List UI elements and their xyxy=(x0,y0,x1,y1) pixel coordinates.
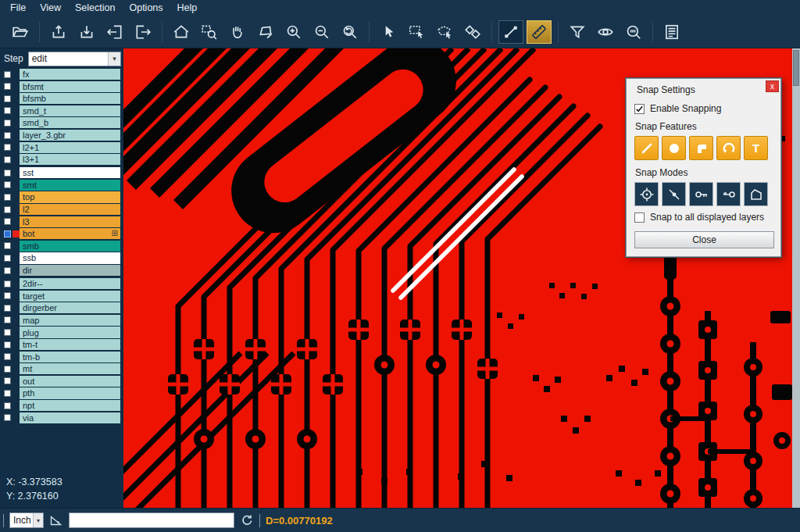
measure-area-button[interactable] xyxy=(253,20,278,44)
zoom-in-button[interactable] xyxy=(281,20,306,44)
layer-name[interactable]: dirgerber xyxy=(20,302,120,313)
chevron-down-icon[interactable]: ▾ xyxy=(33,513,43,527)
menu-view[interactable]: View xyxy=(33,0,68,16)
layer-name[interactable]: smd_b xyxy=(20,117,120,128)
layer-row-l2+1[interactable]: l2+1 xyxy=(0,142,123,153)
layer-visibility-checkbox[interactable] xyxy=(4,292,11,299)
layer-visibility-checkbox[interactable] xyxy=(4,194,11,201)
layer-row-smd_t[interactable]: smd_t xyxy=(0,105,123,116)
layer-row-bfsmb[interactable]: bfsmb xyxy=(0,93,123,104)
layer-name[interactable]: plug xyxy=(20,327,120,337)
layer-row-sst[interactable]: sst xyxy=(0,167,123,178)
layer-visibility-checkbox[interactable] xyxy=(4,402,11,409)
layer-visibility-checkbox[interactable] xyxy=(4,242,11,249)
visibility-button[interactable] xyxy=(593,20,618,44)
layer-name[interactable]: l3+1 xyxy=(20,154,120,165)
select-objects-button[interactable] xyxy=(460,20,485,44)
layer-row-npt[interactable]: npt xyxy=(0,400,123,411)
vertical-scrollbar[interactable] xyxy=(792,48,800,508)
layer-visibility-checkbox[interactable] xyxy=(4,255,11,262)
layer-row-ssb[interactable]: ssb xyxy=(0,252,123,263)
layer-visibility-checkbox[interactable] xyxy=(4,316,11,323)
layer-name[interactable]: npt xyxy=(20,400,120,411)
layer-visibility-checkbox[interactable] xyxy=(4,71,11,78)
layer-name[interactable]: mt xyxy=(20,363,120,374)
export-top-button[interactable] xyxy=(46,20,71,44)
layer-row-dirgerber[interactable]: dirgerber xyxy=(0,302,123,313)
layer-row-target[interactable]: target xyxy=(0,291,123,302)
layer-row-l3+1[interactable]: l3+1 xyxy=(0,154,123,165)
layer-row-mt[interactable]: mt xyxy=(0,363,123,374)
layer-visibility-checkbox[interactable] xyxy=(4,305,11,312)
draw-line-button[interactable] xyxy=(498,20,523,44)
layer-name[interactable]: ssb xyxy=(20,252,120,263)
layer-name[interactable]: sst xyxy=(20,167,120,178)
layer-name[interactable]: map xyxy=(20,315,120,326)
layer-name[interactable]: smd_t xyxy=(20,105,120,116)
snap-arc-button[interactable] xyxy=(716,136,741,160)
layer-row-bfsmt[interactable]: bfsmt xyxy=(0,81,123,92)
snap-key-right-button[interactable] xyxy=(716,182,741,206)
layer-row-fx[interactable]: fx xyxy=(0,69,123,80)
menu-file[interactable]: File xyxy=(3,0,33,16)
snap-key-left-button[interactable] xyxy=(689,182,713,206)
layer-visibility-checkbox[interactable] xyxy=(4,366,11,373)
layer-row-l2[interactable]: l2 xyxy=(0,204,123,215)
layer-visibility-checkbox[interactable] xyxy=(4,206,11,213)
layer-visibility-checkbox[interactable] xyxy=(4,170,11,177)
command-input[interactable] xyxy=(69,512,234,528)
layer-visibility-checkbox[interactable] xyxy=(4,329,11,336)
import-bottom-button[interactable] xyxy=(74,20,99,44)
layer-visibility-checkbox[interactable] xyxy=(4,230,11,237)
layer-row-smd_b[interactable]: smd_b xyxy=(0,117,123,128)
enable-snapping-checkbox[interactable] xyxy=(634,104,645,114)
layer-name[interactable]: via xyxy=(20,412,120,423)
layer-name[interactable]: smb xyxy=(20,241,120,252)
close-icon[interactable]: x xyxy=(766,80,779,92)
layer-row-out[interactable]: out xyxy=(0,376,123,387)
layer-name[interactable]: 2dir-- xyxy=(20,278,120,289)
zoom-window-button[interactable] xyxy=(197,20,222,44)
layer-row-top[interactable]: top xyxy=(0,191,123,202)
menu-selection[interactable]: Selection xyxy=(68,0,122,16)
layer-name[interactable]: l2 xyxy=(20,204,120,215)
layer-visibility-checkbox[interactable] xyxy=(4,107,11,114)
layer-name[interactable]: dir xyxy=(20,265,120,276)
layer-name[interactable]: l2+1 xyxy=(20,142,120,153)
export-right-button[interactable] xyxy=(130,20,155,44)
layer-visibility-checkbox[interactable] xyxy=(4,267,11,274)
layer-name[interactable]: l3 xyxy=(20,216,120,227)
layer-name[interactable]: tm-t xyxy=(20,339,120,350)
layer-name[interactable]: tm-b xyxy=(20,352,120,362)
layer-name[interactable]: smt xyxy=(20,180,120,191)
net-search-button[interactable] xyxy=(621,20,646,44)
report-button[interactable] xyxy=(659,20,684,44)
layer-name[interactable]: bfsmb xyxy=(20,93,120,104)
layer-name[interactable]: pth xyxy=(20,387,120,398)
layer-visibility-checkbox[interactable] xyxy=(4,144,11,151)
layer-row-tm-b[interactable]: tm-b xyxy=(0,352,123,362)
layer-name[interactable]: top xyxy=(20,191,120,202)
layer-row-smb[interactable]: smb xyxy=(0,241,123,252)
open-folder-button[interactable] xyxy=(8,20,33,44)
layer-row-dir[interactable]: dir xyxy=(0,265,123,276)
snap-pad-button[interactable] xyxy=(662,136,686,160)
menu-help[interactable]: Help xyxy=(170,0,205,16)
step-select[interactable]: edit ▾ xyxy=(28,52,121,66)
pan-button[interactable] xyxy=(225,20,250,44)
layer-name[interactable]: out xyxy=(20,376,120,387)
layer-row-map[interactable]: map xyxy=(0,315,123,326)
layer-row-plug[interactable]: plug xyxy=(0,327,123,337)
select-polygon-button[interactable] xyxy=(432,20,457,44)
snap-all-layers-checkbox[interactable] xyxy=(634,212,645,223)
snap-all-layers-row[interactable]: Snap to all displayed layers xyxy=(634,212,773,223)
layer-name[interactable]: bfsmt xyxy=(20,81,120,92)
layer-visibility-checkbox[interactable] xyxy=(4,377,11,384)
snap-corner-button[interactable] xyxy=(689,136,713,160)
snap-point-on-line-button[interactable] xyxy=(662,182,686,206)
snap-line-button[interactable] xyxy=(634,136,659,160)
layer-name[interactable]: bot⊞ xyxy=(20,228,120,239)
close-button[interactable]: Close xyxy=(634,231,774,248)
layer-row-tm-t[interactable]: tm-t xyxy=(0,339,123,350)
home-view-button[interactable] xyxy=(169,20,194,44)
